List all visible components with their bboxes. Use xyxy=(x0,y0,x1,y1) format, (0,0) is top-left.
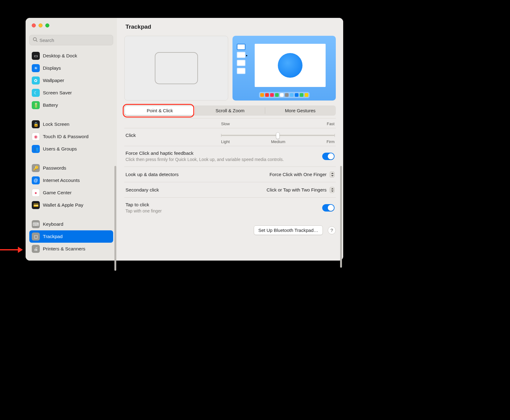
sidebar-item-label: Wallet & Apple Pay xyxy=(43,202,83,208)
chevron-updown-icon[interactable] xyxy=(330,171,335,178)
sidebar-item-label: Touch ID & Password xyxy=(43,134,88,139)
sidebar-item-lock-screen[interactable]: 🔒Lock Screen xyxy=(29,118,113,130)
demo-thumb xyxy=(237,44,245,50)
screen-saver-icon: ☾ xyxy=(32,89,40,97)
search-icon xyxy=(33,37,38,43)
sidebar-item-users-groups[interactable]: 👥Users & Groups xyxy=(29,143,113,155)
dock-swatch xyxy=(280,93,284,97)
sidebar-item-label: Screen Saver xyxy=(43,90,72,96)
sidebar-item-keyboard[interactable]: ⌨Keyboard xyxy=(29,218,113,230)
sidebar-item-wallet-apple-pay[interactable]: 💳Wallet & Apple Pay xyxy=(29,199,113,211)
force-click-label: Force Click and haptic feedback xyxy=(125,150,322,156)
circle-icon xyxy=(278,53,302,78)
click-slider-knob[interactable] xyxy=(276,132,280,139)
dock-swatch xyxy=(275,93,279,97)
force-click-row: Force Click and haptic feedback Click th… xyxy=(124,146,336,167)
wallet-apple-pay-icon: 💳 xyxy=(32,201,40,209)
search-input[interactable] xyxy=(29,35,113,45)
lock-screen-icon: 🔒 xyxy=(32,120,40,128)
sidebar-item-label: Lock Screen xyxy=(43,121,69,127)
sidebar-item-screen-saver[interactable]: ☾Screen Saver xyxy=(29,87,113,99)
minimize-icon[interactable] xyxy=(39,23,43,27)
tracking-slow-label: Slow xyxy=(221,121,230,126)
lookup-row: Look up & data detectors Force Click wit… xyxy=(124,167,336,182)
sidebar-item-label: Internet Accounts xyxy=(43,178,80,183)
click-light: Light xyxy=(221,139,230,144)
search-field[interactable] xyxy=(39,38,110,43)
sidebar-item-label: Desktop & Dock xyxy=(43,53,77,59)
system-settings-window: ▭Desktop & Dock☀Displays✿Wallpaper☾Scree… xyxy=(26,18,343,261)
sidebar-item-label: Keyboard xyxy=(43,221,63,227)
sidebar-item-printers-scanners[interactable]: 🖨Printers & Scanners xyxy=(29,243,113,255)
game-center-icon: ● xyxy=(32,189,40,197)
setup-bluetooth-button[interactable]: Set Up Bluetooth Trackpad… xyxy=(254,225,323,235)
dock-swatch xyxy=(260,93,264,97)
sidebar-item-label: Trackpad xyxy=(43,234,63,239)
main-content: Trackpad ▸ Point & Clic xyxy=(117,18,343,261)
sidebar-item-game-center[interactable]: ●Game Center xyxy=(29,187,113,199)
demo-thumb xyxy=(237,52,245,58)
demo-thumb xyxy=(237,68,245,74)
tap-to-click-row: Tap to click Tap with one finger xyxy=(124,198,336,218)
tap-to-click-label: Tap to click xyxy=(125,202,322,208)
settings-panel: Slow Fast Click Light Medium xyxy=(124,118,336,218)
passwords-icon: 🔑 xyxy=(32,164,40,172)
lookup-value[interactable]: Force Click with One Finger xyxy=(268,171,328,178)
battery-icon: 🔋 xyxy=(32,101,40,109)
lookup-label: Look up & data detectors xyxy=(125,172,268,177)
preview-row: ▸ xyxy=(124,36,336,101)
sidebar-item-label: Displays xyxy=(43,65,61,71)
sidebar-item-label: Users & Groups xyxy=(43,146,77,152)
tab-scroll-zoom[interactable]: Scroll & Zoom xyxy=(195,106,265,115)
trackpad-preview xyxy=(124,36,228,101)
sidebar-item-label: Battery xyxy=(43,102,58,108)
demo-thumbnails xyxy=(237,44,245,74)
force-click-toggle[interactable] xyxy=(322,153,335,160)
svg-line-1 xyxy=(36,40,37,42)
tap-to-click-sub: Tap with one finger xyxy=(125,208,322,214)
secondary-click-label: Secondary click xyxy=(125,187,265,193)
sidebar-scrollbar[interactable] xyxy=(114,166,116,271)
svg-point-0 xyxy=(33,38,36,41)
sidebar-list: ▭Desktop & Dock☀Displays✿Wallpaper☾Scree… xyxy=(29,50,113,255)
sidebar-item-trackpad[interactable]: ▢Trackpad xyxy=(29,230,113,243)
demo-dock xyxy=(259,92,310,98)
sidebar-item-battery[interactable]: 🔋Battery xyxy=(29,99,113,111)
demo-canvas xyxy=(255,44,326,87)
sidebar-item-wallpaper[interactable]: ✿Wallpaper xyxy=(29,74,113,87)
chevron-updown-icon[interactable] xyxy=(330,187,335,193)
secondary-click-row: Secondary click Click or Tap with Two Fi… xyxy=(124,182,336,198)
sidebar-item-touch-id-password[interactable]: ◉Touch ID & Password xyxy=(29,130,113,143)
sidebar-item-displays[interactable]: ☀Displays xyxy=(29,62,113,74)
force-click-sub: Click then press firmly for Quick Look, … xyxy=(125,157,322,162)
click-slider[interactable] xyxy=(221,135,335,136)
keyboard-icon: ⌨ xyxy=(32,220,40,228)
bottom-bar: Set Up Bluetooth Trackpad… ? xyxy=(124,225,336,235)
tap-to-click-toggle[interactable] xyxy=(322,204,335,212)
zoom-icon[interactable] xyxy=(45,23,49,27)
gesture-demo: ▸ xyxy=(232,36,336,101)
help-button[interactable]: ? xyxy=(328,226,336,234)
content-scrollbar[interactable] xyxy=(340,166,342,268)
sidebar: ▭Desktop & Dock☀Displays✿Wallpaper☾Scree… xyxy=(26,18,117,261)
displays-icon: ☀ xyxy=(32,64,40,72)
sidebar-item-label: Wallpaper xyxy=(43,78,64,83)
dock-swatch xyxy=(285,93,289,97)
dock-swatch xyxy=(265,93,269,97)
sidebar-item-desktop-dock[interactable]: ▭Desktop & Dock xyxy=(29,50,113,62)
click-label: Click xyxy=(125,133,221,138)
secondary-click-value[interactable]: Click or Tap with Two Fingers xyxy=(265,187,328,193)
tracking-speed-row: Slow Fast xyxy=(124,118,336,128)
trackpad-icon: ▢ xyxy=(32,233,40,241)
click-medium: Medium xyxy=(271,139,285,144)
cursor-icon: ▸ xyxy=(246,54,248,57)
sidebar-item-passwords[interactable]: 🔑Passwords xyxy=(29,162,113,174)
sidebar-item-label: Passwords xyxy=(43,165,66,171)
tab-more-gestures[interactable]: More Gestures xyxy=(265,106,335,115)
window-controls xyxy=(32,23,113,27)
desktop-dock-icon: ▭ xyxy=(32,52,40,60)
touch-id-password-icon: ◉ xyxy=(32,133,40,141)
close-icon[interactable] xyxy=(32,23,36,27)
sidebar-item-internet-accounts[interactable]: @Internet Accounts xyxy=(29,174,113,187)
wallpaper-icon: ✿ xyxy=(32,76,40,84)
